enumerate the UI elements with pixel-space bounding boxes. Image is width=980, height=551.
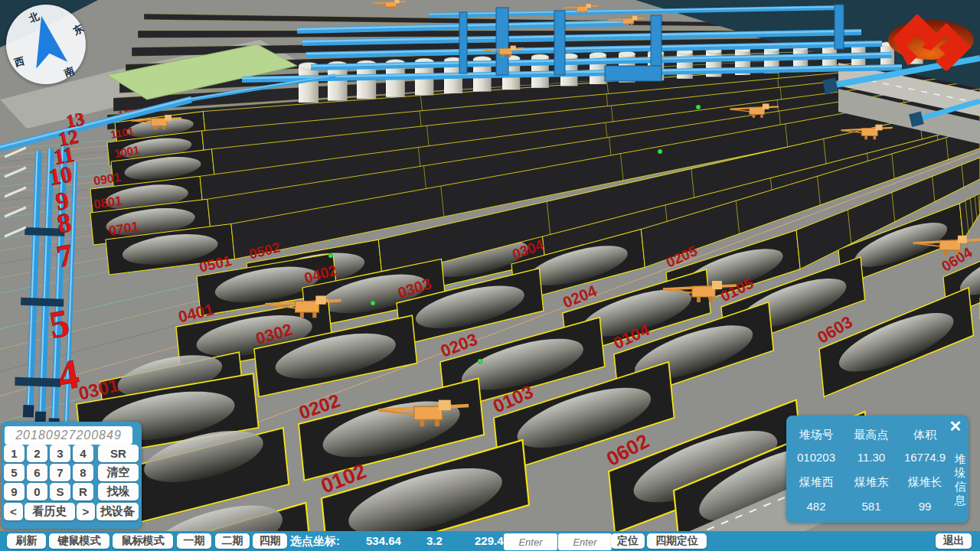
refresh-button[interactable]: 刷新 bbox=[7, 533, 46, 549]
info-value-volume: 16774.9 bbox=[900, 451, 950, 464]
keypad-panel: 20180927200849 1 2 3 4 SR 5 6 7 8 清空 9 0… bbox=[2, 422, 142, 529]
info-header-pile-west: 煤堆西 bbox=[791, 475, 841, 490]
key-r[interactable]: R bbox=[73, 483, 93, 500]
silo-top bbox=[590, 52, 606, 57]
silo-top bbox=[619, 51, 635, 57]
key-sr[interactable]: SR bbox=[98, 445, 139, 462]
coord-y-value: 3.2 bbox=[426, 534, 443, 547]
bottom-toolbar: 刷新 键鼠模式 鼠标模式 一期 二期 四期 选点坐标: 534.64 3.2 2… bbox=[0, 531, 980, 551]
key-1[interactable]: 1 bbox=[4, 445, 24, 462]
find-device-button[interactable]: 找设备 bbox=[96, 503, 139, 520]
keypad-display-field[interactable]: 20180927200849 bbox=[5, 426, 132, 445]
key-0[interactable]: 0 bbox=[27, 483, 47, 500]
status-dot bbox=[696, 105, 701, 109]
status-dot bbox=[658, 149, 662, 154]
key-5[interactable]: 5 bbox=[4, 464, 24, 481]
transfer-station bbox=[605, 66, 662, 81]
pipe-cap bbox=[23, 405, 34, 417]
coal-yard-3d-app: 1201110110010901080107010106040305020304… bbox=[0, 0, 980, 551]
conveyor-tower bbox=[554, 11, 565, 75]
info-header-pile-len: 煤堆长 bbox=[900, 475, 950, 490]
info-value-pile-east: 581 bbox=[846, 500, 897, 513]
key-8[interactable]: 8 bbox=[73, 464, 93, 481]
silo bbox=[299, 66, 318, 103]
status-dot bbox=[478, 359, 482, 364]
key-2[interactable]: 2 bbox=[27, 445, 47, 462]
clear-button[interactable]: 清空 bbox=[98, 464, 139, 481]
coord-input-2[interactable] bbox=[558, 533, 612, 550]
silo bbox=[677, 52, 693, 79]
info-value-pile-len: 99 bbox=[900, 500, 950, 513]
info-header-pile-east: 煤堆东 bbox=[846, 475, 897, 490]
status-dot bbox=[371, 301, 375, 305]
info-panel-vertical-title: 堆垛信息 bbox=[953, 452, 967, 507]
key-4[interactable]: 4 bbox=[73, 445, 93, 462]
key-s[interactable]: S bbox=[50, 483, 70, 500]
compass-widget[interactable]: 北 东 西 南 bbox=[6, 5, 86, 84]
pipe-crossbar bbox=[15, 377, 60, 387]
conveyor-tower bbox=[459, 12, 467, 73]
phase2-button[interactable]: 二期 bbox=[215, 533, 250, 549]
info-header-yard-no: 堆场号 bbox=[791, 428, 841, 442]
find-pile-button[interactable]: 找垛 bbox=[98, 483, 139, 500]
conveyor-tower bbox=[835, 5, 844, 49]
info-header-volume: 体积 bbox=[900, 428, 950, 442]
coord-input-1[interactable] bbox=[504, 533, 557, 550]
history-next-button[interactable]: > bbox=[77, 503, 95, 520]
pile-info-panel: ✕ 堆场号 最高点 体积 010203 11.30 16774.9 煤堆西 煤堆… bbox=[786, 416, 969, 523]
phase4-locate-button[interactable]: 四期定位 bbox=[647, 533, 707, 549]
exit-button[interactable]: 退出 bbox=[936, 533, 972, 549]
phase1-button[interactable]: 一期 bbox=[177, 533, 211, 549]
locate-button[interactable]: 定位 bbox=[611, 533, 645, 549]
pick-coord-label: 选点坐标: bbox=[290, 534, 340, 549]
key-6[interactable]: 6 bbox=[27, 464, 47, 481]
silo bbox=[328, 65, 348, 101]
info-header-highest: 最高点 bbox=[846, 428, 897, 442]
key-9[interactable]: 9 bbox=[4, 483, 24, 500]
info-value-highest: 11.30 bbox=[846, 451, 897, 464]
key-mouse-mode-button[interactable]: 键鼠模式 bbox=[49, 533, 109, 549]
mouse-mode-button[interactable]: 鼠标模式 bbox=[113, 533, 173, 549]
phase4-button[interactable]: 四期 bbox=[253, 533, 287, 549]
view-history-button[interactable]: 看历史 bbox=[24, 503, 75, 520]
info-value-yard-no: 010203 bbox=[791, 451, 841, 464]
conveyor-tower bbox=[496, 8, 508, 75]
company-logo bbox=[882, 3, 980, 70]
coord-x-value: 534.64 bbox=[366, 534, 401, 547]
key-7[interactable]: 7 bbox=[50, 464, 70, 481]
status-dot bbox=[328, 253, 333, 258]
info-value-pile-west: 482 bbox=[791, 500, 841, 513]
silo-top bbox=[531, 54, 549, 60]
row-number-label: 10 bbox=[47, 161, 74, 190]
key-3[interactable]: 3 bbox=[50, 445, 70, 462]
history-prev-button[interactable]: < bbox=[4, 503, 23, 520]
